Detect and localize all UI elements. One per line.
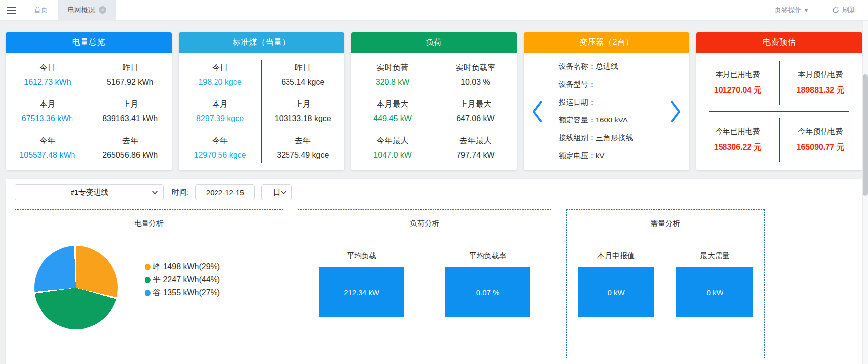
stat-cell: 昨日 5167.92 kWh (89, 57, 172, 93)
stat-label: 本月 (212, 99, 228, 110)
caret-down-icon: ▾ (805, 7, 808, 14)
stat-cell: 本月最大 449.45 kW (351, 93, 434, 130)
tab-home[interactable]: 首页 (24, 0, 58, 20)
panel-load-analysis: 负荷分析 平均负载 212.34 kW 平均负载率 0.07 % (298, 209, 551, 358)
card-transformer: 变压器（2台） 设备名称：总进线 设备型号： 投运日期： 额定容量：1600 k… (524, 32, 690, 170)
transformer-field: 接线组别：三角形接线 (559, 133, 665, 143)
refresh-icon (832, 7, 839, 14)
field-value: kV (596, 151, 605, 160)
vertical-scrollbar-track[interactable] (862, 21, 868, 364)
stat-cell: 去年 265056.86 kWh (89, 129, 172, 166)
stat-label: 今年最大 (377, 136, 409, 146)
vertical-divider (434, 60, 434, 163)
metric-label: 平均负载率 (469, 251, 506, 261)
transformer-field: 设备名称：总进线 (559, 62, 665, 71)
stat-cell: 本月 8297.39 kgce (179, 93, 262, 130)
cost-cell: 今年已用电费 158306.22 元 (696, 112, 779, 168)
panel-title: 需量分析 (567, 219, 764, 228)
stat-label: 今年 (39, 136, 55, 146)
stat-value: 12970.56 kgce (194, 151, 246, 160)
vertical-scrollbar-thumb[interactable] (863, 74, 868, 196)
panel-demand-analysis: 需量分析 本月申报值 0 kW 最大需量 0 kW (566, 209, 765, 358)
tab-grid-overview[interactable]: 电网概况 × (58, 0, 116, 20)
cost-label: 今年已用电费 (716, 127, 760, 136)
legend-dot-peak (145, 264, 151, 270)
metric-value-box: 0 kW (676, 267, 753, 317)
stat-cell: 本月 67513.36 kWh (6, 93, 89, 130)
stat-cell: 今日 198.20 kgce (179, 57, 262, 93)
demand-metrics: 本月申报值 0 kW 最大需量 0 kW (567, 251, 764, 317)
legend-item-valley: 谷 1355 kWh(27%) (145, 288, 220, 298)
metric-declared-demand: 本月申报值 0 kW (578, 251, 654, 317)
field-value: 总进线 (596, 62, 618, 70)
field-value: 1600 kVA (596, 116, 628, 124)
stat-label: 实时负载率 (455, 63, 495, 73)
metric-value-box: 212.34 kW (319, 267, 404, 317)
metric-avg-load-rate: 平均负载率 0.07 % (445, 251, 530, 317)
vertical-divider (89, 60, 89, 163)
stat-cell: 今年最大 1047.0 kW (351, 129, 434, 166)
chevron-down-icon (280, 189, 287, 196)
tab-operations-button[interactable]: 页签操作 ▾ (762, 0, 820, 20)
cost-cell: 本月预估电费 189881.32 元 (779, 55, 862, 111)
period-select-value: 日 (273, 188, 281, 197)
refresh-button[interactable]: 刷新 (820, 0, 868, 20)
top-tab-bar: 首页 电网概况 × 页签操作 ▾ 刷新 (0, 0, 868, 21)
stat-value: 103133.18 kgce (275, 114, 331, 123)
transformer-field: 额定电压：kV (559, 151, 665, 161)
card-coal-body: 今日 198.20 kgce 昨日 635.14 kgce 本月 8297.39… (179, 53, 345, 170)
transformer-fields: 设备名称：总进线 设备型号： 投运日期： 额定容量：1600 kVA 接线组别：… (549, 58, 665, 165)
stat-value: 265056.86 kWh (102, 151, 158, 160)
metric-label: 最大需量 (700, 251, 730, 261)
stat-label: 去年 (295, 136, 311, 146)
stat-label: 本月最大 (377, 99, 409, 110)
vertical-divider (261, 60, 262, 163)
cost-row-year: 今年已用电费 158306.22 元 今年预估电费 165090.77 元 (696, 112, 862, 168)
metric-max-demand: 最大需量 0 kW (676, 251, 753, 317)
cost-cell: 今年预估电费 165090.77 元 (779, 112, 862, 168)
stat-cell: 上月 839163.41 kWh (89, 93, 172, 130)
cost-cell: 本月已用电费 101270.04 元 (696, 55, 779, 111)
stat-value: 839163.41 kWh (102, 114, 158, 123)
card-energy-body: 今日 1612.73 kWh 昨日 5167.92 kWh 本月 67513.3… (6, 53, 172, 170)
pie-area: 峰 1498 kWh(29%) 平 2247 kWh(44%) 谷 1355 k… (15, 228, 283, 329)
transformer-field: 设备型号： (559, 80, 665, 89)
date-input[interactable] (195, 184, 255, 200)
pie-legend: 峰 1498 kWh(29%) 平 2247 kWh(44%) 谷 1355 k… (145, 262, 220, 298)
close-icon[interactable]: × (99, 6, 106, 14)
stat-label: 去年 (122, 136, 138, 146)
transformer-prev-button[interactable] (526, 58, 549, 165)
stat-cell: 上月最大 647.06 kW (434, 93, 517, 130)
card-energy-title: 电量总览 (6, 32, 172, 53)
stat-cell: 上月 103133.18 kgce (261, 93, 344, 130)
transformer-next-button[interactable] (664, 58, 687, 165)
field-label: 设备名称： (559, 62, 596, 70)
cost-value: 165090.77 元 (797, 142, 845, 153)
stat-label: 实时负荷 (377, 63, 409, 73)
period-select[interactable]: 日 (261, 184, 292, 200)
hamburger-menu-icon[interactable] (0, 0, 24, 20)
chevron-right-icon (670, 100, 681, 123)
stat-value: 320.8 kW (376, 78, 410, 87)
topbar-actions: 页签操作 ▾ 刷新 (762, 0, 868, 20)
stat-cell: 实时负载率 10.03 % (434, 57, 517, 93)
card-load: 负荷 实时负荷 320.8 kW 实时负载率 10.03 % 本月最大 449.… (351, 32, 517, 170)
cost-value: 158306.22 元 (714, 142, 762, 153)
field-label: 额定电压： (559, 151, 596, 160)
analysis-panels-row: 电量分析 峰 1498 kWh(29%) 平 2247 kWh(44%) 谷 1… (15, 209, 765, 358)
legend-label: 谷 1355 kWh(27%) (153, 288, 220, 298)
line-select[interactable]: #1专变进线 (15, 184, 164, 200)
stat-label: 今日 (39, 63, 55, 73)
card-coal-title: 标准煤（当量） (179, 32, 345, 53)
stat-label: 上月 (295, 99, 311, 110)
metric-label: 本月申报值 (597, 251, 635, 261)
summary-cards-row: 电量总览 今日 1612.73 kWh 昨日 5167.92 kWh 本月 67… (6, 32, 862, 170)
card-load-body: 实时负荷 320.8 kW 实时负载率 10.03 % 本月最大 449.45 … (351, 53, 517, 170)
legend-dot-flat (145, 277, 151, 283)
card-energy-overview: 电量总览 今日 1612.73 kWh 昨日 5167.92 kWh 本月 67… (6, 32, 172, 170)
tab-home-label: 首页 (34, 6, 48, 15)
legend-label: 平 2247 kWh(44%) (153, 275, 220, 285)
stat-cell: 去年 32575.49 kgce (261, 129, 344, 166)
stat-label: 上月最大 (459, 99, 491, 110)
stat-value: 32575.49 kgce (277, 151, 329, 160)
